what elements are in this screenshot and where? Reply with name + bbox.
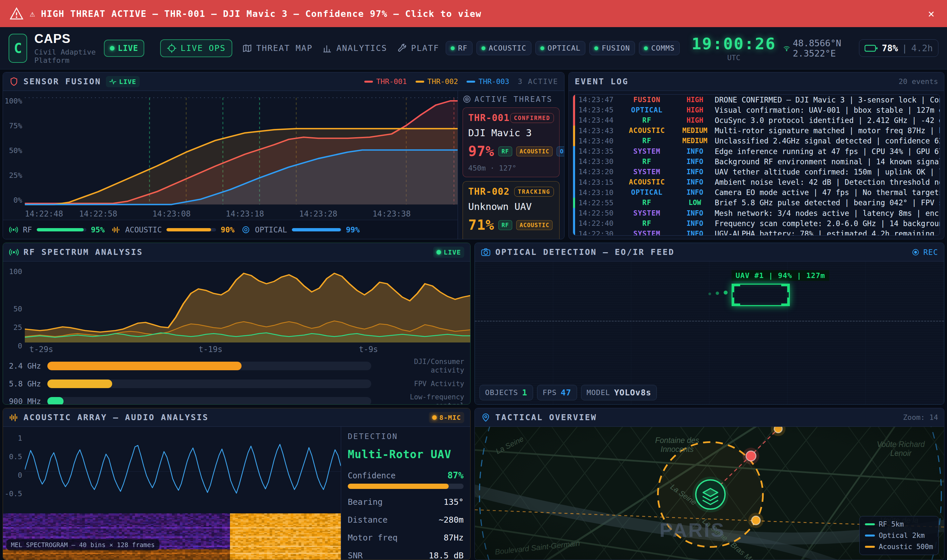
log-row[interactable]: 14:22:55 RF LOW Brief 5.8 GHz pulse dete… [573, 198, 940, 208]
detection-class: Multi-Rotor UAV [348, 448, 464, 461]
log-level: INFO [675, 178, 715, 186]
log-category: ACOUSTIC [619, 178, 675, 186]
confidence-meter [348, 484, 464, 489]
app-logo: C [9, 34, 27, 63]
sensor-chip: RF [498, 146, 512, 156]
active-threats-list: ACTIVE THREATS THR-001 CONFIRMED DJI Mav… [458, 91, 564, 239]
tactical-map[interactable]: Fontaine des Innocents La Seine La Seine… [475, 427, 944, 560]
close-icon[interactable]: ✕ [925, 6, 938, 21]
log-row[interactable]: 14:22:40 RF INFO Frequency scan complete… [573, 218, 940, 228]
log-category: RF [619, 158, 675, 166]
band-frequency: 5.8 GHz [9, 380, 42, 388]
sensor-chip: OPTICAL [557, 146, 564, 156]
detection-heading: DETECTION [348, 432, 464, 441]
legend-item: THR-003 [467, 77, 509, 86]
log-level: MEDIUM [675, 127, 715, 135]
log-row[interactable]: 14:23:30 RF INFO Background RF environme… [573, 156, 940, 167]
feed-stats: OBJECTS1 FPS47 MODELYOLOv8s [480, 385, 657, 400]
log-message: OcuSync 3.0 protocol identified | 2.412 … [715, 116, 940, 125]
log-category: SYSTEM [619, 209, 675, 217]
panel-title: SENSOR FUSION [23, 77, 101, 86]
acoustic-health: ACOUSTIC 90% [111, 225, 234, 234]
panel-title: RF SPECTRUM ANALYSIS [23, 247, 143, 257]
threat-card[interactable]: THR-001 CONFIRMED DJI Mavic 3 97% RF ACO… [463, 108, 560, 177]
detection-bounding-box[interactable] [732, 284, 790, 306]
detection-row: SNR 18.5 dB [348, 551, 464, 560]
log-row[interactable]: 14:22:50 SYSTEM INFO Mesh network: 3/4 n… [573, 208, 940, 218]
log-category: OPTICAL [619, 106, 675, 114]
map-label: Fontaine des Innocents [655, 436, 699, 454]
objects-stat: OBJECTS1 [480, 385, 533, 400]
log-row[interactable]: 14:23:15 ACOUSTIC INFO Ambient noise lev… [573, 177, 940, 188]
video-feed[interactable]: UAV #1 | 94% | 127m OBJECTS1 FPS47 MODEL… [475, 262, 944, 404]
detection-row: Motor freq 87Hz [348, 533, 464, 543]
nav-platform[interactable]: PLATFORM [397, 43, 438, 53]
log-row[interactable]: 14:23:43 ACOUSTIC MEDIUM Multi-rotor sig… [573, 126, 940, 136]
band-frequency: 900 MHz [9, 397, 42, 405]
nav-threat-map[interactable]: THREAT MAP [242, 43, 313, 53]
app-subtitle: Civil Adaptive Platform [34, 48, 97, 65]
mic-dot-icon [432, 415, 437, 420]
log-category: RF [619, 116, 675, 124]
map-legend: RF 5km Optical 2km Acoustic 500m [859, 516, 939, 555]
fusion-x-axis: 14:22:4814:22:5814:23:0814:23:1814:23:28… [25, 208, 458, 220]
log-category: RF [619, 137, 675, 145]
log-level: INFO [675, 220, 715, 228]
legend-swatch [865, 535, 875, 537]
band-meter [47, 362, 371, 370]
legend-item: Optical 2km [865, 532, 933, 540]
status-badge: TRACKING [514, 187, 554, 197]
log-row[interactable]: 14:23:35 SYSTEM INFO Edge inference runn… [573, 146, 940, 156]
detection-row: Distance ~280m [348, 515, 464, 525]
live-dot-icon [110, 46, 114, 51]
sensor-badge[interactable]: ACOUSTIC [477, 41, 531, 55]
log-message: Brief 5.8 GHz pulse detected | bearing 0… [715, 198, 940, 207]
city-label: PARIS [659, 518, 725, 542]
event-count: 20 events [899, 77, 938, 86]
warning-triangle-icon [9, 7, 24, 20]
log-row[interactable]: 14:23:44 RF HIGH OcuSync 3.0 protocol id… [573, 115, 940, 125]
legend-item: RF 5km [865, 520, 933, 528]
mel-spectrogram: MEL SPECTROGRAM — 40 bins × 128 frames [3, 513, 341, 560]
log-time: 14:23:44 [575, 116, 619, 124]
log-message: Edge inference running at 47 fps | CPU 3… [715, 147, 940, 156]
legend-swatch [416, 81, 424, 83]
threat-card[interactable]: THR-002 TRACKING Unknown UAV 71% RF ACOU… [463, 181, 560, 239]
active-count: 3 ACTIVE [518, 77, 558, 86]
log-time: 14:22:55 [575, 198, 619, 207]
wifi-icon [783, 43, 790, 53]
waveform-icon [9, 412, 19, 423]
log-time: 14:22:30 [575, 230, 619, 236]
nav-analytics[interactable]: ANALYTICS [322, 43, 387, 53]
threat-alert-banner[interactable]: ⚠ HIGH THREAT ACTIVE — THR-001 — DJI Mav… [0, 0, 947, 27]
rf-health: RF 95% [9, 225, 105, 234]
sensor-status-badges: RF ACOUSTIC OPTICAL FUSION COMMS [446, 41, 680, 55]
log-level: HIGH [675, 116, 715, 124]
log-row[interactable]: 14:22:30 SYSTEM INFO UGV-ALPHA battery: … [573, 228, 940, 236]
log-row[interactable]: 14:23:40 RF MEDIUM Unclassified 2.4GHz s… [573, 136, 940, 146]
rec-indicator: REC [911, 248, 938, 257]
sensor-badge[interactable]: RF [446, 41, 472, 55]
legend-item: THR-001 [364, 77, 407, 86]
sensor-badge[interactable]: FUSION [589, 41, 635, 55]
sensor-fusion-panel: SENSOR FUSION LIVE THR-001 THR-00 [3, 72, 564, 239]
log-time: 14:23:47 [575, 95, 619, 104]
sensor-badge[interactable]: OPTICAL [535, 41, 586, 55]
rf-spectrum-chart [25, 265, 470, 344]
log-level: INFO [675, 188, 715, 196]
panel-title: OPTICAL DETECTION — EO/IR FEED [495, 247, 675, 257]
legend-item: THR-002 [416, 77, 458, 86]
sensor-badge[interactable]: COMMS [639, 41, 680, 55]
log-row[interactable]: 14:23:45 OPTICAL HIGH Visual confirmatio… [573, 105, 940, 115]
log-time: 14:23:30 [575, 157, 619, 166]
threats-title: ACTIVE THREATS [475, 95, 552, 103]
log-row[interactable]: 14:23:10 OPTICAL INFO Camera EO mode act… [573, 188, 940, 198]
utc-clock: 19:00:26 UTC [691, 34, 776, 62]
nav-live-ops[interactable]: LIVE OPS [160, 39, 232, 57]
rf-live-badge: LIVE [433, 247, 464, 258]
warning-glyph-icon: ⚠ [30, 9, 35, 18]
log-row[interactable]: 14:23:47 FUSION HIGH DRONE CONFIRMED — D… [573, 95, 940, 105]
map-label: Voûte Richard Lenoir [877, 440, 925, 458]
log-row[interactable]: 14:23:20 SYSTEM INFO UAV tether altitude… [573, 167, 940, 177]
frequency-bands: 2.4 GHz DJI/Consumer activity 5.8 GHz FP… [3, 355, 470, 405]
